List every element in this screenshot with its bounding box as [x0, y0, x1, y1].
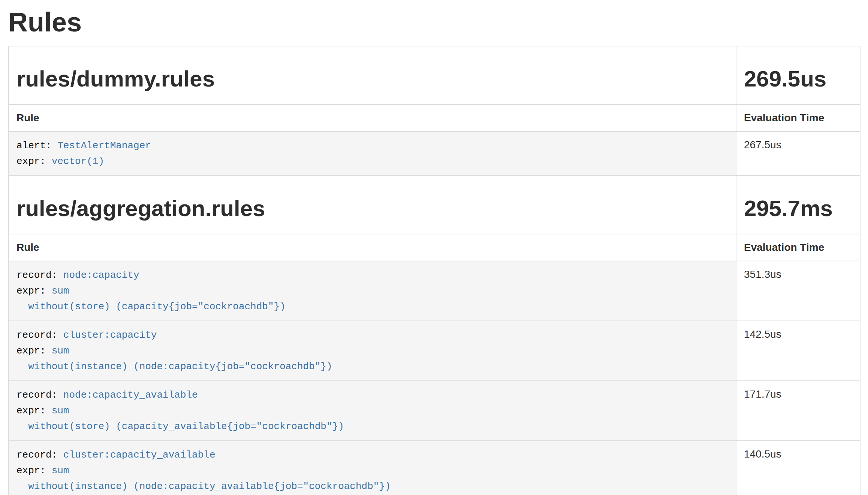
- group-time-cell: 269.5us: [736, 46, 860, 104]
- rule-cell: record: node:capacityexpr: sum without(s…: [9, 261, 736, 321]
- code-line: without(instance) (node:capacity{job="co…: [16, 359, 728, 374]
- column-header-row: RuleEvaluation Time: [9, 234, 860, 261]
- rule-expression-link[interactable]: without(instance) (node:capacity_availab…: [16, 481, 391, 492]
- rule-expression-link[interactable]: sum: [52, 285, 69, 297]
- rule-expression-link[interactable]: without(instance) (node:capacity{job="co…: [16, 361, 332, 372]
- rule-row: record: cluster:capacity_availableexpr: …: [9, 441, 860, 495]
- group-header-row: rules/dummy.rules269.5us: [9, 46, 860, 104]
- evaluation-time-cell: 142.5us: [736, 321, 860, 381]
- code-line: alert: TestAlertManager: [16, 138, 728, 154]
- group-file-cell: rules/aggregation.rules: [9, 176, 736, 234]
- rule-expression-link[interactable]: cluster:capacity: [63, 330, 157, 341]
- code-line: expr: vector(1): [16, 154, 728, 169]
- code-keyword: record:: [16, 330, 63, 341]
- rule-cell: alert: TestAlertManagerexpr: vector(1): [9, 131, 736, 176]
- code-line: expr: sum: [16, 343, 728, 359]
- code-line: record: node:capacity_available: [16, 387, 728, 403]
- rule-expression-link[interactable]: sum: [52, 405, 69, 416]
- code-line: record: node:capacity: [16, 267, 728, 283]
- code-line: without(store) (capacity_available{job="…: [16, 419, 728, 434]
- evaluation-time-cell: 140.5us: [736, 441, 860, 495]
- rule-column-header: Rule: [9, 234, 736, 261]
- group-file-name: rules/dummy.rules: [16, 67, 728, 91]
- time-column-header: Evaluation Time: [736, 234, 860, 261]
- code-line: expr: sum: [16, 463, 728, 479]
- code-line: record: cluster:capacity: [16, 327, 728, 343]
- rule-column-header: Rule: [9, 104, 736, 131]
- code-keyword: record:: [16, 270, 63, 281]
- group-evaluation-time: 295.7ms: [744, 196, 852, 221]
- rule-row: record: node:capacity_availableexpr: sum…: [9, 381, 860, 441]
- time-column-header: Evaluation Time: [736, 104, 860, 131]
- page-title: Rules: [8, 8, 860, 37]
- group-time-cell: 295.7ms: [736, 176, 860, 234]
- code-keyword: record:: [16, 449, 63, 461]
- group-evaluation-time: 269.5us: [744, 67, 852, 91]
- rule-row: record: cluster:capacityexpr: sum withou…: [9, 321, 860, 381]
- rule-expression-link[interactable]: node:capacity_available: [63, 389, 198, 401]
- rule-expression-link[interactable]: cluster:capacity_available: [63, 449, 216, 461]
- code-line: without(instance) (node:capacity_availab…: [16, 479, 728, 494]
- rule-expression-link[interactable]: vector(1): [52, 156, 104, 167]
- rule-cell: record: cluster:capacityexpr: sum withou…: [9, 321, 736, 381]
- rules-table: rules/dummy.rules269.5usRuleEvaluation T…: [8, 46, 861, 495]
- group-header-row: rules/aggregation.rules295.7ms: [9, 176, 860, 234]
- rule-cell: record: node:capacity_availableexpr: sum…: [9, 381, 736, 441]
- rule-expression-link[interactable]: sum: [52, 465, 69, 476]
- rule-row: alert: TestAlertManagerexpr: vector(1)26…: [9, 131, 860, 176]
- rule-cell: record: cluster:capacity_availableexpr: …: [9, 441, 736, 495]
- column-header-row: RuleEvaluation Time: [9, 104, 860, 131]
- code-line: expr: sum: [16, 283, 728, 299]
- code-keyword: expr:: [16, 345, 52, 356]
- code-keyword: expr:: [16, 285, 52, 297]
- rule-expression-link[interactable]: without(store) (capacity_available{job="…: [16, 421, 344, 432]
- group-file-cell: rules/dummy.rules: [9, 46, 736, 104]
- code-keyword: record:: [16, 389, 63, 401]
- code-keyword: expr:: [16, 156, 52, 167]
- evaluation-time-cell: 171.7us: [736, 381, 860, 441]
- code-keyword: expr:: [16, 405, 52, 416]
- group-file-name: rules/aggregation.rules: [16, 196, 728, 221]
- code-line: expr: sum: [16, 403, 728, 419]
- rule-row: record: node:capacityexpr: sum without(s…: [9, 261, 860, 321]
- rule-expression-link[interactable]: without(store) (capacity{job="cockroachd…: [16, 301, 286, 312]
- rules-table-body: rules/dummy.rules269.5usRuleEvaluation T…: [9, 46, 860, 495]
- code-keyword: alert:: [16, 140, 57, 151]
- code-line: without(store) (capacity{job="cockroachd…: [16, 299, 728, 315]
- rule-expression-link[interactable]: node:capacity: [63, 270, 139, 281]
- evaluation-time-cell: 351.3us: [736, 261, 860, 321]
- rule-expression-link[interactable]: sum: [52, 345, 69, 356]
- code-line: record: cluster:capacity_available: [16, 447, 728, 463]
- rule-expression-link[interactable]: TestAlertManager: [57, 140, 151, 151]
- evaluation-time-cell: 267.5us: [736, 131, 860, 176]
- code-keyword: expr:: [16, 465, 52, 476]
